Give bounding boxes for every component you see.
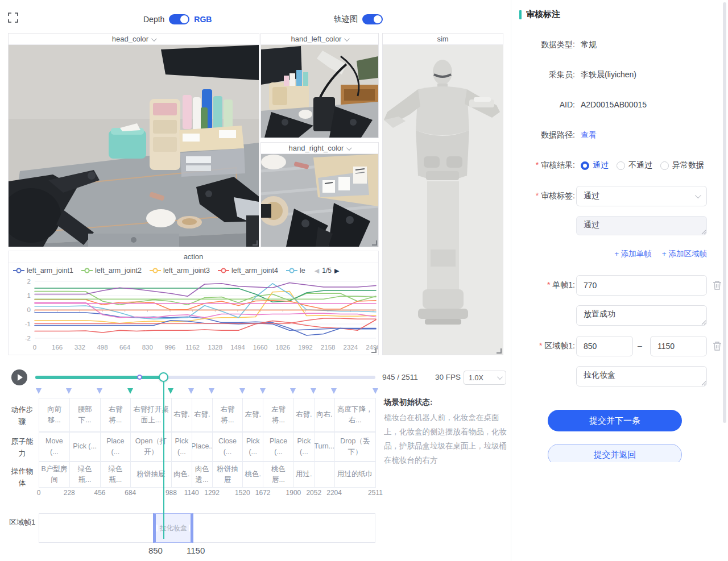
add-single-frame-button[interactable]: + 添加单帧 [614,249,652,259]
frame-marker-1900[interactable] [290,388,296,394]
region-start-input[interactable] [576,336,633,356]
segment-cell[interactable]: 绿色瓶... [100,462,131,488]
segment-cell[interactable]: 左臂将... [263,398,294,432]
radio-通过[interactable]: 通过 [581,160,609,171]
segment-cell[interactable]: Place (... [263,432,294,462]
segment-cell[interactable]: 右臂. [171,398,192,432]
radio-异常数据[interactable]: 异常数据 [660,160,704,171]
slider-handle[interactable] [159,372,168,382]
radio-不通过[interactable]: 不通过 [617,160,652,171]
frame-marker-1292[interactable] [209,388,214,394]
segment-cell[interactable]: Pick (... [69,432,101,462]
submit-return-button[interactable]: 提交并返回 [548,444,682,462]
segment-cell[interactable] [314,462,335,488]
svg-text:2: 2 [27,278,31,285]
review-tag-note[interactable]: 通过 [576,216,707,235]
depth-rgb-toggle[interactable] [169,14,189,24]
segment-cell[interactable]: 向前移... [39,398,70,432]
segment-cell[interactable]: 用过的纸巾 [334,462,376,488]
segment-cell[interactable]: 粉饼抽屉 [212,462,243,488]
frame-marker-684[interactable] [127,388,133,394]
segment-cell[interactable]: Pick (... [293,432,315,462]
region-frame-note[interactable]: 拉化妆盒 [576,366,707,387]
delete-single-frame-icon[interactable] [713,280,722,290]
data-path-view-link[interactable]: 查看 [581,130,597,140]
segment-cell[interactable]: 右臂. [293,398,315,432]
frame-marker-988[interactable] [168,388,173,394]
segment-cell[interactable]: 右臂将... [212,398,243,432]
hand-right-color-selector[interactable]: hand_right_color [261,143,378,154]
segment-cell[interactable]: Drop（丢下） [334,432,376,462]
resize-corner[interactable] [253,240,258,246]
segment-cell[interactable]: 高度下降，右... [334,398,376,432]
segment-cell[interactable]: 右臂. [192,398,213,432]
legend-item-left_arm_joint2[interactable]: left_arm_joint2 [81,267,142,275]
row-label-atomic-skill: 原子能力 [8,435,36,459]
segment-cell[interactable]: B户型房间 [39,462,70,488]
segment-cell[interactable]: 绿色瓶... [69,462,101,488]
frame-marker-2511[interactable] [373,388,378,394]
legend-prev-icon[interactable]: ◀ [315,267,319,275]
segment-cell[interactable]: Close (... [212,432,243,462]
frame-marker-228[interactable] [66,388,72,394]
segment-cell[interactable]: 桃色. [242,462,263,488]
segment-cell[interactable]: Turn... [314,432,335,462]
speed-value: 1.0X [469,374,483,382]
playback-slider[interactable] [35,376,375,379]
review-tag-select[interactable]: 通过 [576,186,707,206]
add-region-frame-button[interactable]: + 添加区域帧 [662,249,707,259]
fullscreen-icon[interactable] [8,13,18,23]
segment-cell[interactable]: 桃色唇... [263,462,294,488]
play-button[interactable] [11,369,27,385]
legend-item-le[interactable]: le [286,267,305,275]
panel-scrollbar[interactable] [723,2,726,423]
frame-marker-1140[interactable] [188,388,194,394]
segment-cell[interactable]: Pick (... [242,432,263,462]
frame-marker-2052[interactable] [311,388,316,394]
resize-corner[interactable] [371,348,377,353]
single-frame-note[interactable]: 放置成功 [576,305,707,326]
legend-item-left_arm_joint4[interactable]: left_arm_joint4 [218,267,278,275]
segment-cell[interactable]: 右臂将... [100,398,131,432]
segment-cell[interactable]: Place (... [100,432,131,462]
segment-cell[interactable]: 腰部下... [69,398,101,432]
frame-marker-2204[interactable] [331,388,337,394]
frame-marker-1520[interactable] [239,388,245,394]
legend-next-icon[interactable]: ▶ [334,267,339,275]
submit-next-button[interactable]: 提交并下一条 [548,410,682,431]
region-left-handle[interactable] [156,525,158,531]
frame-marker-456[interactable] [97,388,102,394]
frame-marker-0[interactable] [36,388,42,394]
legend-item-left_arm_joint3[interactable]: left_arm_joint3 [150,267,210,275]
region-end-input[interactable] [650,336,707,356]
segment-cell[interactable]: 向右. [314,398,335,432]
region-right-handle[interactable] [189,525,190,531]
legend-item-left_arm_joint1[interactable]: left_arm_joint1 [13,267,73,275]
delete-region-frame-icon[interactable] [713,341,722,351]
data-type-label: 数据类型: [511,40,575,50]
segment-cell[interactable]: Open（打开） [130,432,172,462]
single-frame-input[interactable] [576,275,707,296]
resize-corner[interactable] [497,348,502,354]
segment-cell[interactable]: 肉色. [171,462,192,488]
segment-cell[interactable]: 左臂. [242,398,263,432]
segment-cell[interactable]: Move (... [39,432,70,462]
resize-corner[interactable] [372,240,377,246]
segment-cell[interactable]: 肉色透... [192,462,213,488]
trajectory-toggle[interactable] [362,14,383,24]
segment-cell[interactable]: 右臂打开桌面上... [130,398,172,432]
segment-cell[interactable]: Pick (... [171,432,192,462]
frame-marker-1672[interactable] [260,388,266,394]
segment-cell[interactable]: 粉饼抽屉 [130,462,172,488]
svg-text:830: 830 [142,344,153,351]
head-color-selector[interactable]: head_color [9,34,259,45]
hand-left-color-selector[interactable]: hand_left_color [261,34,378,45]
speed-select[interactable]: 1.0X [464,371,506,385]
region-frame-highlight[interactable]: 拉化妆盒 [153,513,193,543]
video-panel-sim: sim [382,33,503,355]
region-frame-track[interactable]: 拉化妆盒 [39,513,375,543]
segment-cell[interactable]: 用过. [293,462,315,488]
page: Depth RGB 轨迹图 head_color [0,0,728,561]
segment-cell[interactable]: Place.. [192,432,213,462]
review-tag-label: 审核标签: [511,191,575,201]
